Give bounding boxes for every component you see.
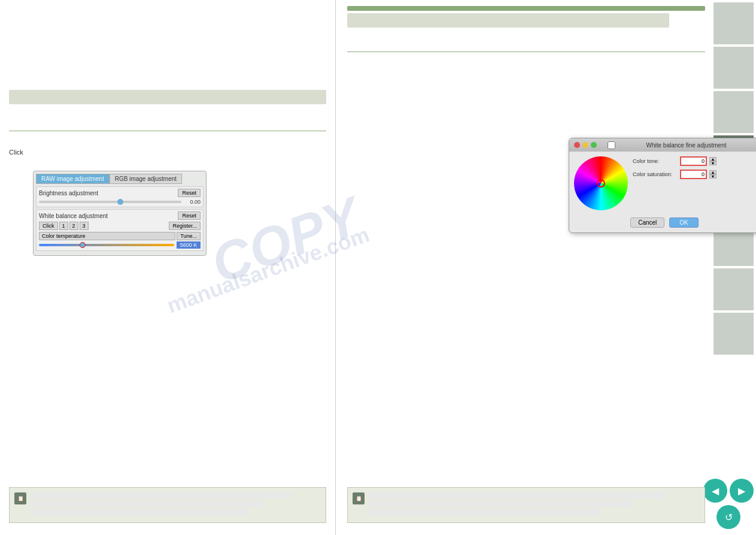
wb-color-temp-row: Color temperature Tune... bbox=[39, 232, 201, 240]
color-tone-up[interactable]: ▲ bbox=[709, 157, 716, 161]
wb-dialog-body: Color tone: ▲ ▼ Color saturation: ▲ ▼ bbox=[569, 152, 756, 215]
brightness-section: Brightness adjustment Reset 0.00 bbox=[36, 186, 204, 207]
vertical-divider bbox=[335, 0, 336, 535]
wb-section: White balance adjustment Reset Click 1 2… bbox=[36, 209, 204, 251]
brightness-label: Brightness adjustment bbox=[39, 190, 98, 197]
dialog-min-btn[interactable] bbox=[582, 142, 588, 148]
wb-num-3-btn[interactable]: 3 bbox=[80, 222, 89, 230]
left-column: Click RAW image adjustment RGB image adj… bbox=[0, 0, 335, 535]
color-sat-spinner[interactable]: ▲ ▼ bbox=[709, 170, 716, 179]
wb-dialog-titlebar: White balance fine adjustment bbox=[569, 138, 756, 152]
wb-dialog-checkbox[interactable] bbox=[608, 141, 615, 149]
color-tone-label: Color tone: bbox=[633, 158, 678, 164]
color-tone-row: Color tone: ▲ ▼ bbox=[633, 156, 755, 166]
brightness-slider[interactable] bbox=[39, 201, 181, 203]
wb-dialog-controls: Color tone: ▲ ▼ Color saturation: ▲ ▼ bbox=[633, 156, 755, 210]
color-tone-input[interactable] bbox=[680, 156, 707, 166]
color-wheel-marker bbox=[597, 179, 605, 188]
color-sat-label: Color saturation: bbox=[633, 171, 678, 177]
wb-click-btn[interactable]: Click bbox=[39, 222, 58, 230]
temp-slider-row: 5600 K bbox=[39, 241, 201, 249]
left-divider bbox=[9, 131, 326, 131]
note-box-right: 📋 bbox=[347, 487, 705, 523]
color-sat-input[interactable] bbox=[680, 170, 707, 179]
dialog-close-btn[interactable] bbox=[574, 142, 580, 148]
sidebar-btn-3[interactable] bbox=[714, 91, 754, 133]
note-icon-left: 📋 bbox=[14, 492, 26, 504]
color-tone-spinner[interactable]: ▲ ▼ bbox=[709, 157, 716, 165]
wb-ok-btn[interactable]: OK bbox=[669, 217, 698, 228]
right-sidebar bbox=[711, 0, 756, 535]
right-column: White balance fine adjustment Color tone… bbox=[341, 0, 711, 535]
right-gray-header bbox=[347, 13, 669, 28]
color-wheel[interactable] bbox=[574, 156, 628, 210]
note-box-left: 📋 bbox=[9, 487, 326, 523]
brightness-slider-row: 0.00 bbox=[39, 199, 201, 205]
main-content: Click RAW image adjustment RGB image adj… bbox=[0, 0, 711, 535]
wb-cancel-btn[interactable]: Cancel bbox=[630, 217, 664, 228]
wb-num-1-btn[interactable]: 1 bbox=[59, 222, 68, 230]
brightness-value: 0.00 bbox=[184, 199, 201, 205]
color-sat-up[interactable]: ▲ bbox=[709, 170, 716, 174]
raw-panel: RAW image adjustment RGB image adjustmen… bbox=[33, 171, 207, 256]
wb-dialog-buttons: Cancel OK bbox=[569, 215, 756, 232]
right-green-bar bbox=[347, 6, 705, 11]
wb-reset-btn[interactable]: Reset bbox=[178, 211, 201, 220]
wb-controls: Click 1 2 3 Register... bbox=[39, 222, 201, 230]
click-annotation-text: Click bbox=[9, 149, 23, 156]
right-divider bbox=[347, 52, 705, 52]
sidebar-btn-8[interactable] bbox=[714, 313, 754, 355]
wb-num-2-btn[interactable]: 2 bbox=[69, 222, 78, 230]
temp-slider[interactable] bbox=[39, 244, 174, 246]
wb-dialog-title: White balance fine adjustment bbox=[646, 142, 727, 149]
back-button[interactable]: ↺ bbox=[716, 505, 740, 529]
color-sat-down[interactable]: ▼ bbox=[709, 174, 716, 179]
next-button[interactable]: ▶ bbox=[730, 479, 754, 503]
brightness-thumb bbox=[117, 199, 123, 205]
brightness-reset-btn[interactable]: Reset bbox=[178, 189, 201, 197]
sidebar-btn-2[interactable] bbox=[714, 47, 754, 89]
wb-register-btn[interactable]: Register... bbox=[169, 222, 201, 230]
note-icon-right: 📋 bbox=[353, 492, 365, 504]
temp-value: 5600 K bbox=[177, 241, 201, 249]
wb-dialog: White balance fine adjustment Color tone… bbox=[569, 138, 756, 233]
temp-thumb bbox=[80, 242, 86, 248]
rgb-tab[interactable]: RGB image adjustment bbox=[110, 174, 182, 184]
sidebar-btn-1[interactable] bbox=[714, 2, 754, 44]
color-sat-row: Color saturation: ▲ ▼ bbox=[633, 170, 755, 179]
dialog-max-btn[interactable] bbox=[591, 142, 597, 148]
raw-tab[interactable]: RAW image adjustment bbox=[36, 174, 110, 184]
left-gray-header bbox=[9, 90, 326, 104]
wb-label: White balance adjustment bbox=[39, 213, 108, 219]
wb-tune-btn[interactable]: Tune... bbox=[177, 232, 201, 240]
color-tone-down[interactable]: ▼ bbox=[709, 161, 716, 165]
wb-color-temp-dropdown[interactable]: Color temperature bbox=[39, 232, 175, 240]
sidebar-btn-7[interactable] bbox=[714, 268, 754, 310]
panel-tabs: RAW image adjustment RGB image adjustmen… bbox=[36, 174, 204, 184]
